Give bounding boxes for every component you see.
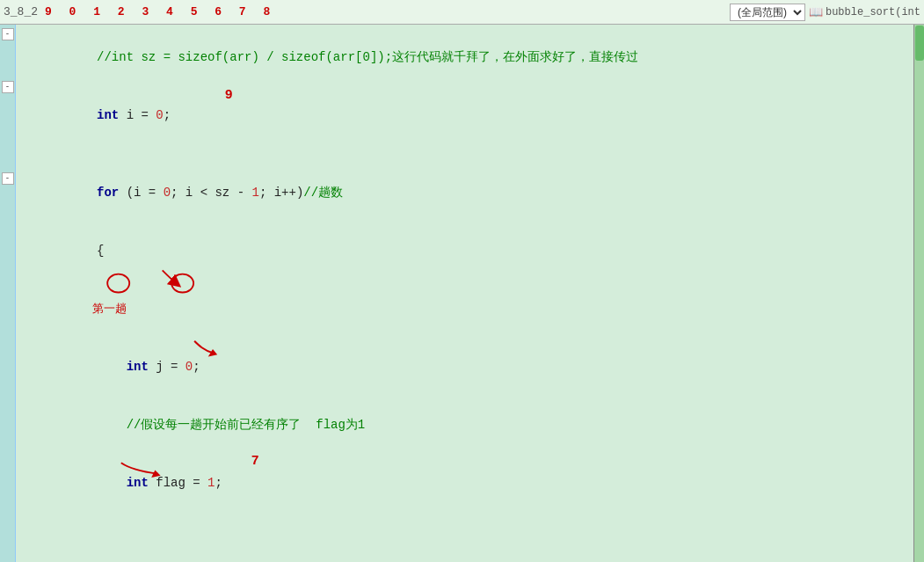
book-icon: 📖 [809, 5, 823, 19]
scope-dropdown[interactable]: (全局范围) [730, 4, 805, 21]
code-line: int i = 0; 9 [23, 86, 906, 164]
collapse-btn-1[interactable]: - [2, 28, 14, 40]
code-line: { [23, 222, 906, 280]
scrollbar-thumb[interactable] [915, 26, 924, 61]
code-area: //int sz = sizeof(arr) / sizeof(arr[0]);… [16, 25, 913, 562]
ruler-numbers: 9 0 1 2 3 4 5 6 7 8 [45, 5, 730, 18]
vertical-scrollbar[interactable] [913, 25, 924, 562]
code-line: for (i = 0; i < sz - 1; i++)//趟数 [23, 164, 906, 222]
code-line: //int sz = sizeof(arr) / sizeof(arr[0]);… [23, 28, 906, 86]
collapse-btn-3[interactable]: - [2, 172, 14, 185]
collapse-btn-2[interactable]: - [2, 81, 14, 93]
code-line [23, 531, 906, 551]
code-line: 第一趟 [23, 280, 906, 338]
left-gutter: - - - [0, 25, 16, 562]
function-indicator: 📖 bubble_sort(int [809, 5, 920, 19]
editor-body: - - - //int sz = sizeof(arr) / sizeof(ar… [0, 25, 924, 562]
code-line: int flag = 1; 7 [23, 454, 906, 531]
code-line: //假设每一趟开始前已经有序了 flag为1 [23, 396, 906, 454]
code-line: int j = 0; [23, 338, 906, 396]
top-bar: 3_8_2 9 0 1 2 3 4 5 6 7 8 (全局范围) 📖 bubbl… [0, 0, 924, 25]
code-line: for (j = 0; j < sz - 1 - i; j++)//一趟内部比较… [23, 551, 906, 562]
line-col-label: 3_8_2 [4, 5, 38, 18]
